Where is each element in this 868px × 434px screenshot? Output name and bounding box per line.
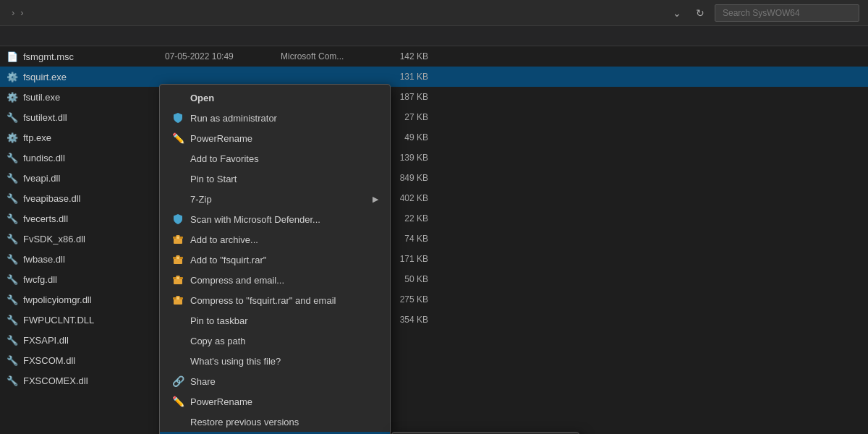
cm-icon-pin-start	[171, 172, 184, 185]
svg-rect-6	[174, 278, 182, 284]
file-item[interactable]: 🔧 FvSDK_x86.dll 74 KB	[0, 229, 868, 249]
file-icon: 🔧	[6, 111, 19, 124]
file-size: 49 KB	[382, 132, 440, 142]
file-item[interactable]: 🔧 FXSCOM.dll	[0, 350, 868, 370]
breadcrumb-sep-2: ›	[20, 7, 23, 18]
file-icon: 🔧	[6, 192, 19, 205]
refresh-button[interactable]: ↻	[692, 4, 709, 22]
cm-label-scan-defender: Scan with Microsoft Defender...	[190, 214, 378, 225]
svg-rect-5	[176, 257, 179, 259]
file-size: 402 KB	[382, 193, 440, 203]
svg-rect-8	[176, 277, 179, 279]
file-item[interactable]: 🔧 FXSCOMEX.dll	[0, 370, 868, 391]
cm-item-scan-defender[interactable]: Scan with Microsoft Defender...	[160, 209, 390, 229]
cm-label-compress-email: Compress and email...	[190, 275, 378, 286]
file-item[interactable]: 🔧 fwcfg.dll 50 KB	[0, 269, 868, 289]
cm-label-run-admin: Run as administrator	[190, 113, 378, 124]
cm-item-copy-path[interactable]: Copy as path	[160, 331, 390, 351]
file-type: Microsoft Com...	[281, 51, 382, 61]
file-item[interactable]: 🔧 fveapi.dll 849 KB	[0, 168, 868, 188]
file-name: FXSAPI.dll	[23, 335, 165, 346]
file-name: FWPUCLNT.DLL	[23, 315, 165, 326]
cm-item-compress-rar-email[interactable]: Compress to "fsquirt.rar" and email	[160, 290, 390, 310]
file-icon: 🔧	[6, 212, 19, 225]
file-item[interactable]: 🔧 FWPUCLNT.DLL 354 KB	[0, 310, 868, 330]
file-name: fveapi.dll	[23, 173, 165, 184]
file-item[interactable]: 🔧 fsutilext.dll 27 KB	[0, 107, 868, 127]
cm-item-7zip[interactable]: 7-Zip▶	[160, 189, 390, 209]
file-icon: 🔧	[6, 232, 19, 245]
cm-label-pin-start: Pin to Start	[190, 174, 378, 184]
cm-item-power-rename2[interactable]: ✏️PowerRename	[160, 391, 390, 412]
file-items-container: 📄 fsmgmt.msc 07-05-2022 10:49 Microsoft …	[0, 46, 868, 434]
file-size: 22 KB	[382, 213, 440, 224]
cm-item-whats-using[interactable]: What's using this file?	[160, 351, 390, 371]
file-size: 50 KB	[382, 274, 440, 284]
cm-item-pin-taskbar[interactable]: Pin to taskbar	[160, 310, 390, 331]
cm-item-compress-email[interactable]: Compress and email...	[160, 270, 390, 290]
svg-rect-11	[176, 297, 179, 299]
file-icon: 🔧	[6, 293, 19, 306]
file-size: 275 KB	[382, 294, 440, 305]
file-item[interactable]: 🔧 fundisc.dll 139 KB	[0, 148, 868, 168]
svg-rect-2	[176, 237, 179, 239]
cm-icon-scan-defender	[171, 213, 184, 226]
search-input[interactable]	[715, 4, 859, 22]
cm-icon-open	[171, 91, 184, 104]
cm-label-pin-taskbar: Pin to taskbar	[190, 315, 378, 326]
file-item[interactable]: 🔧 fvecerts.dll 22 KB	[0, 208, 868, 229]
cm-label-power-rename: PowerRename	[190, 133, 378, 144]
svg-rect-9	[174, 299, 182, 305]
file-icon: 🔧	[6, 151, 19, 164]
file-item[interactable]: 🔧 FXSAPI.dll	[0, 330, 868, 350]
cm-label-share: Share	[190, 376, 378, 387]
cm-icon-add-fsquirt-rar	[171, 253, 184, 266]
file-size: 74 KB	[382, 234, 440, 244]
cm-label-7zip: 7-Zip	[190, 194, 367, 205]
cm-item-add-archive[interactable]: Add to archive...	[160, 229, 390, 250]
cm-item-pin-start[interactable]: Pin to Start	[160, 169, 390, 189]
file-name: FXSCOMEX.dll	[23, 375, 165, 386]
svg-rect-3	[174, 258, 182, 264]
file-name: fwbase.dll	[23, 254, 165, 265]
cm-arrow-7zip: ▶	[373, 195, 378, 204]
file-name: fveapibase.dll	[23, 193, 165, 204]
file-icon: ⚙️	[6, 131, 19, 144]
cm-item-add-fsquirt-rar[interactable]: Add to "fsquirt.rar"	[160, 250, 390, 270]
file-item[interactable]: ⚙️ ftp.exe 49 KB	[0, 127, 868, 148]
cm-icon-copy-path	[171, 334, 184, 347]
cm-item-open[interactable]: Open	[160, 88, 390, 108]
cm-item-share[interactable]: 🔗Share	[160, 371, 390, 391]
cm-item-restore-versions[interactable]: Restore previous versions	[160, 412, 390, 432]
cm-label-copy-path: Copy as path	[190, 336, 378, 346]
file-icon: 🔧	[6, 333, 19, 346]
context-menu: OpenRun as administrator✏️PowerRenameAdd…	[159, 84, 391, 434]
file-name: fundisc.dll	[23, 153, 165, 163]
top-bar: › › ⌄ ↻	[0, 0, 868, 26]
file-icon: ⚙️	[6, 90, 19, 103]
file-item[interactable]: ⚙️ fsutil.exe 187 KB	[0, 87, 868, 107]
file-name: FvSDK_x86.dll	[23, 234, 165, 244]
svg-rect-0	[174, 238, 182, 244]
cm-label-open: Open	[190, 93, 378, 103]
file-icon: 🔧	[6, 252, 19, 265]
file-size: 171 KB	[382, 254, 440, 264]
cm-icon-share: 🔗	[171, 375, 184, 388]
file-item[interactable]: 🔧 fveapibase.dll 402 KB	[0, 188, 868, 208]
cm-item-add-favorites[interactable]: Add to Favorites	[160, 148, 390, 169]
cm-icon-compress-rar-email	[171, 294, 184, 307]
file-item[interactable]: 🔧 fwbase.dll 171 KB	[0, 249, 868, 269]
file-size: 139 KB	[382, 153, 440, 163]
file-item[interactable]: ⚙️ fsquirt.exe 131 KB	[0, 67, 868, 87]
file-name: fwcfg.dll	[23, 274, 165, 285]
dropdown-button[interactable]: ⌄	[668, 4, 686, 22]
file-name: fsquirt.exe	[23, 72, 165, 82]
file-item[interactable]: 📄 fsmgmt.msc 07-05-2022 10:49 Microsoft …	[0, 46, 868, 67]
file-icon: 📄	[6, 50, 19, 63]
cm-label-add-fsquirt-rar: Add to "fsquirt.rar"	[190, 255, 378, 265]
cm-item-power-rename[interactable]: ✏️PowerRename	[160, 128, 390, 148]
cm-item-run-admin[interactable]: Run as administrator	[160, 108, 390, 128]
cm-icon-pin-taskbar	[171, 314, 184, 327]
file-name: fvecerts.dll	[23, 213, 165, 224]
file-item[interactable]: 🔧 fwpolicyiomgr.dll 275 KB	[0, 289, 868, 310]
